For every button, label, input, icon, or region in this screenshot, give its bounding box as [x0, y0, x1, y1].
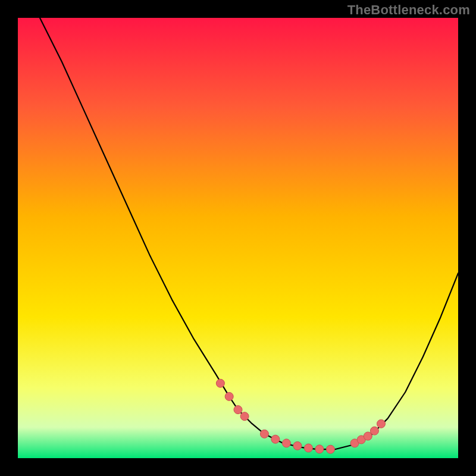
gradient-background	[18, 18, 458, 458]
curve-marker-dot	[271, 435, 280, 443]
curve-marker-dot	[370, 427, 378, 435]
curve-marker-dot	[282, 439, 290, 447]
curve-marker-dot	[326, 445, 334, 453]
bottleneck-chart	[18, 18, 458, 458]
curve-marker-dot	[225, 392, 233, 400]
curve-marker-dot	[260, 430, 268, 438]
curve-marker-dot	[216, 379, 224, 387]
curve-marker-dot	[377, 419, 386, 428]
curve-marker-dot	[293, 441, 302, 450]
curve-marker-dot	[315, 445, 324, 453]
watermark-text: TheBottleneck.com	[347, 2, 470, 18]
curve-marker-dot	[304, 444, 312, 452]
curve-marker-dot	[234, 406, 242, 414]
curve-marker-dot	[240, 412, 249, 421]
